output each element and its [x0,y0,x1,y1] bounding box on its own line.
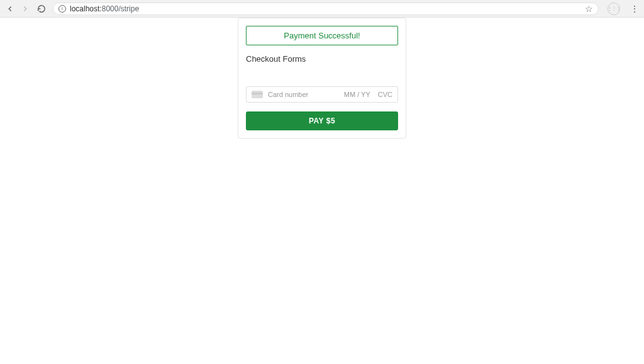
card-cvc-placeholder: CVC [378,91,392,98]
url-text: localhost:8000/stripe [70,4,581,13]
success-banner: Payment Successful! [246,26,398,45]
nav-arrows-group [5,4,47,14]
success-message: Payment Successful! [284,31,360,40]
checkout-card: Payment Successful! Checkout Forms Card … [238,18,406,139]
card-expiry-placeholder: MM / YY [344,91,370,98]
address-bar[interactable]: i localhost:8000/stripe ☆ [53,3,599,15]
card-number-placeholder: Card number [268,91,339,98]
forward-button[interactable] [20,4,30,14]
credit-card-icon [252,91,263,98]
reload-button[interactable] [36,4,47,14]
url-path: 8000/stripe [102,4,139,13]
bookmark-star-icon[interactable]: ☆ [585,4,593,14]
extension-icon[interactable]: ⋮⋮⋮ [608,3,620,15]
url-host: localhost: [70,4,102,13]
browser-toolbar: i localhost:8000/stripe ☆ ⋮⋮⋮ ⋮ [0,0,644,18]
site-info-icon[interactable]: i [58,5,66,13]
back-button[interactable] [5,4,15,14]
card-input[interactable]: Card number MM / YY CVC [246,86,398,103]
pay-button[interactable]: PAY $5 [246,111,398,130]
page-body: Payment Successful! Checkout Forms Card … [0,18,644,139]
browser-menu-icon[interactable]: ⋮ [630,4,639,13]
form-title: Checkout Forms [246,54,398,64]
